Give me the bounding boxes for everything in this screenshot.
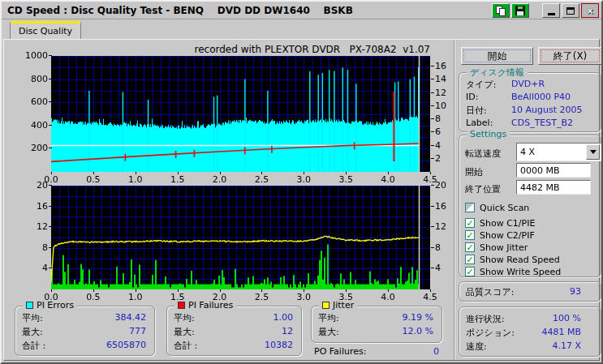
- checkbox-show-c2-pif[interactable]: ✓Show C2/PIF: [465, 229, 596, 241]
- po-failures-row: PO Failures: 0: [314, 346, 439, 358]
- start-pos-label: 開始: [465, 166, 483, 178]
- top-chart-left-tick: 1000: [17, 50, 48, 61]
- recorded-with-label: recorded with PLEXTOR DVDR PX-708A2 v1.0…: [50, 44, 430, 55]
- speed-label: 転送速度: [465, 148, 501, 160]
- quality-score-label: 品質スコア:: [466, 286, 514, 298]
- disc-info-groupbox: ディスク情報 タイプ:DVD+R ID:BeAll000 P40 日付:10 A…: [459, 72, 601, 132]
- pif-jitter-chart: [51, 186, 430, 289]
- show-c2-pif-label: Show C2/PIF: [480, 230, 535, 241]
- bottom-chart-left-tick: 8: [17, 242, 48, 253]
- top-chart-x-tick: 0.5: [82, 174, 105, 185]
- bottom-chart-x-tick: 3.5: [334, 292, 357, 302]
- bottom-chart-x-tick: 0.5: [82, 292, 105, 302]
- checkbox-show-read-speed[interactable]: ✓Show Read Speed: [465, 254, 596, 265]
- jitter-groupbox: Jitter 平均:9.19 % 最大:12.0 %: [311, 306, 442, 343]
- top-chart-left-tick: 800: [17, 74, 48, 84]
- checkbox-quick-scan[interactable]: Quick Scan: [465, 202, 596, 213]
- show-c1-pie-label: Show C1/PIE: [480, 218, 535, 229]
- disc-type-label: タイプ:: [466, 79, 496, 91]
- top-chart-x-tick: 2.0: [209, 174, 231, 185]
- disc-id-label: ID:: [466, 92, 478, 102]
- pi-failures-groupbox: PI Failures 平均:1.00 最大:12 合計 :10382: [166, 306, 302, 356]
- top-chart-x-tick: 3.0: [292, 174, 315, 185]
- po-failures-value: 0: [433, 346, 439, 357]
- top-chart-left-tick: 200: [17, 143, 48, 153]
- top-chart-x-tick: 1.0: [124, 174, 147, 185]
- top-chart-x-tick: 4.0: [377, 174, 399, 185]
- bottom-chart-x-tick: 3.0: [292, 292, 315, 302]
- minimize-icon: [548, 13, 555, 15]
- pi-errors-swatch: [26, 302, 33, 309]
- bottom-chart-x-tick: 2.0: [209, 292, 231, 302]
- start-button[interactable]: 開始: [461, 47, 533, 65]
- speed-combobox[interactable]: 4 X: [516, 143, 601, 161]
- main-panel: recorded with PLEXTOR DVDR PX-708A2 v1.0…: [3, 39, 600, 361]
- bottom-chart-left-tick: 12: [17, 221, 48, 232]
- tab-bar: Disc Quality: [4, 20, 599, 39]
- pi-failures-swatch: [178, 302, 185, 309]
- show-read-speed-label: Show Read Speed: [480, 255, 560, 265]
- pi-errors-total-value: 6505870: [106, 340, 146, 350]
- bottom-chart-x-tick: 4.0: [377, 292, 399, 302]
- speed-readout-value: 4.17 X: [552, 340, 581, 351]
- disc-label-label: Label:: [466, 118, 493, 128]
- jitter-max-value: 12.0 %: [403, 326, 433, 336]
- maximize-icon: [566, 7, 575, 15]
- end-pos-value: 4482 MB: [520, 182, 560, 193]
- bottom-chart-x-tick: 0.0: [40, 292, 62, 302]
- side-panel: 開始 終了(X) ディスク情報 タイプ:DVD+R ID:BeAll000 P4…: [454, 40, 603, 360]
- pi-failures-total-label: 合計 :: [174, 340, 197, 352]
- end-pos-label: 終了位置: [465, 183, 501, 195]
- pi-errors-groupbox: PI Errors 平均:384.42 最大:777 合計 :6505870: [15, 306, 155, 356]
- end-pos-field[interactable]: 4482 MB: [516, 180, 591, 195]
- speed-value: 4 X: [520, 147, 535, 157]
- stop-button[interactable]: 終了(X): [538, 47, 602, 65]
- bottom-chart-x-tick: 2.5: [250, 292, 273, 302]
- speed-dropdown-button[interactable]: [586, 144, 600, 160]
- start-pos-field[interactable]: 0000 MB: [516, 163, 591, 178]
- settings-groupbox: Settings 転送速度 4 X 開始 0000 MB 終了位置 4482 M…: [459, 135, 601, 277]
- show-read-speed-checkbox-icon: ✓: [465, 255, 475, 264]
- bottom-chart-x-tick: 1.0: [124, 292, 147, 302]
- checkbox-show-jitter[interactable]: ✓Show Jitter: [465, 242, 596, 253]
- top-chart-left-tick: 400: [17, 120, 48, 131]
- show-c1-pie-checkbox-icon: ✓: [465, 218, 475, 228]
- checkbox-show-c1-pie[interactable]: ✓Show C1/PIE: [465, 217, 596, 229]
- save-button[interactable]: [511, 3, 529, 18]
- checkbox-show-write-speed[interactable]: ✓Show Write Speed: [465, 266, 596, 277]
- pi-errors-max-value: 777: [129, 326, 146, 336]
- disc-date-value: 10 August 2005: [511, 105, 582, 115]
- position-value: 4481 MB: [541, 327, 581, 337]
- progress-groupbox: 進行状況:100 % ポジション:4481 MB 速度:4.17 X: [459, 306, 601, 357]
- top-chart-left-tick: 600: [17, 96, 48, 107]
- app-window: CD Speed : Disc Quality Test - BENQ DVD …: [0, 0, 603, 364]
- minimize-button[interactable]: [542, 3, 560, 18]
- copy-button[interactable]: [492, 3, 510, 18]
- progress-label: 進行状況:: [466, 313, 505, 325]
- show-write-speed-label: Show Write Speed: [480, 267, 561, 277]
- top-chart-x-tick: 3.5: [334, 174, 357, 185]
- jitter-avg-label: 平均:: [318, 312, 339, 324]
- disc-label-value: CDS_TEST_B2: [511, 118, 573, 128]
- disc-id-value: BeAll000 P40: [511, 92, 571, 102]
- pi-failures-max-value: 12: [282, 326, 293, 336]
- maximize-button[interactable]: [562, 3, 579, 18]
- quality-score-value: 93: [570, 286, 581, 297]
- quick-scan-label: Quick Scan: [480, 203, 529, 213]
- chevron-down-icon: [590, 150, 597, 154]
- close-button[interactable]: ×: [581, 3, 599, 18]
- tab-disc-quality[interactable]: Disc Quality: [10, 21, 81, 39]
- jitter-max-label: 最大:: [318, 326, 339, 338]
- save-icon: [515, 6, 525, 15]
- pi-failures-total-value: 10382: [265, 340, 293, 350]
- close-icon: ×: [587, 6, 593, 16]
- progress-value: 100 %: [553, 313, 581, 323]
- pi-failures-avg-label: 平均:: [174, 312, 195, 324]
- speed-readout-label: 速度:: [466, 340, 487, 353]
- top-chart-x-tick: 2.5: [250, 174, 273, 185]
- bottom-chart-left-tick: 4: [17, 263, 48, 273]
- position-label: ポジション:: [466, 327, 515, 339]
- pi-errors-max-label: 最大:: [22, 326, 43, 338]
- pi-errors-avg-label: 平均:: [22, 312, 43, 324]
- window-title: CD Speed : Disc Quality Test - BENQ DVD …: [7, 5, 353, 16]
